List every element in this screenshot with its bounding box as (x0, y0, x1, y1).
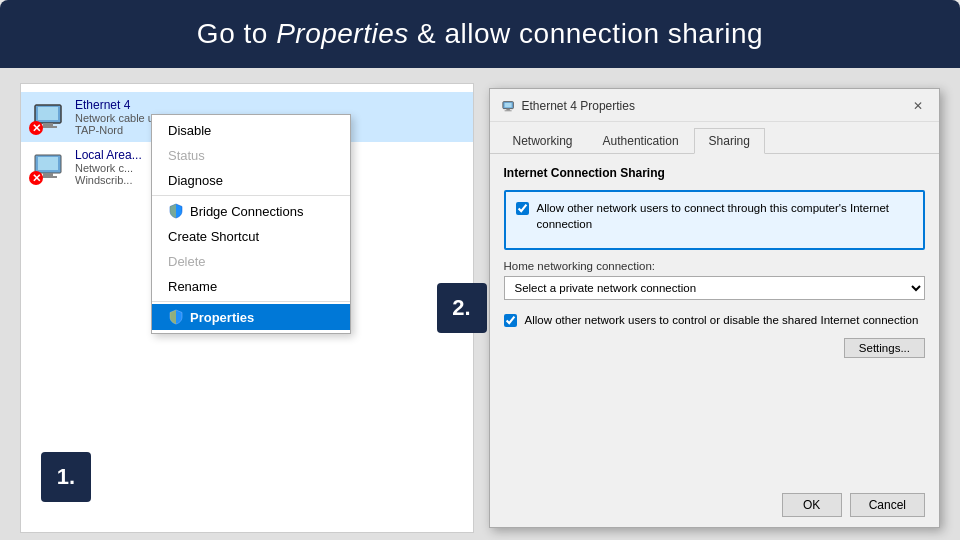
menu-separator-1 (152, 195, 350, 196)
dialog-footer: OK Cancel (782, 493, 925, 517)
svg-rect-2 (38, 107, 58, 120)
home-networking-label: Home networking connection: (504, 260, 926, 272)
shield-icon-bridge (168, 203, 184, 219)
ok-button[interactable]: OK (782, 493, 842, 517)
menu-item-status: Status (152, 143, 350, 168)
settings-btn-row: Settings... (504, 338, 926, 358)
menu-label-delete: Delete (168, 254, 206, 269)
dialog-titlebar: Ethernet 4 Properties ✕ (490, 89, 940, 122)
dialog-title-bar: Ethernet 4 Properties (502, 99, 635, 113)
dialog-title-text: Ethernet 4 Properties (522, 99, 635, 113)
tab-networking-label: Networking (513, 134, 573, 148)
section-title-ics: Internet Connection Sharing (504, 166, 926, 180)
menu-label-bridge: Bridge Connections (190, 204, 303, 219)
header-text-suffix: & allow connection sharing (409, 18, 763, 49)
step2-label: 2. (452, 295, 470, 321)
menu-label-status: Status (168, 148, 205, 163)
main-content: ✕ Ethernet 4 Network cable unplugged TAP… (0, 68, 960, 540)
svg-rect-10 (504, 103, 511, 107)
svg-rect-12 (504, 110, 511, 111)
ethernet4-icon: ✕ (31, 101, 67, 133)
context-menu: Disable Status Diagnose Bridge Connectio… (151, 114, 351, 334)
settings-button[interactable]: Settings... (844, 338, 925, 358)
tab-networking[interactable]: Networking (498, 128, 588, 154)
header-text-properties: Properties (276, 18, 409, 49)
shield-svg-properties (168, 309, 184, 325)
localarea-icon: ✕ (31, 151, 67, 183)
dialog-tabs: Networking Authentication Sharing (490, 122, 940, 154)
checkbox-allow-control[interactable] (504, 314, 517, 327)
shield-icon-properties (168, 309, 184, 325)
menu-item-delete: Delete (152, 249, 350, 274)
svg-rect-3 (43, 123, 53, 126)
header-text-go-to: Go to (197, 18, 276, 49)
tab-authentication[interactable]: Authentication (588, 128, 694, 154)
ethernet4-name: Ethernet 4 (75, 98, 463, 112)
properties-dialog: Ethernet 4 Properties ✕ Networking Authe… (489, 88, 941, 528)
svg-rect-6 (38, 157, 58, 170)
menu-item-bridge[interactable]: Bridge Connections (152, 198, 350, 224)
dialog-close-button[interactable]: ✕ (909, 97, 927, 115)
menu-item-properties[interactable]: Properties (152, 304, 350, 330)
menu-item-diagnose[interactable]: Diagnose (152, 168, 350, 193)
header-bar: Go to Properties & allow connection shar… (0, 0, 960, 68)
header-title: Go to Properties & allow connection shar… (30, 18, 930, 50)
menu-item-disable[interactable]: Disable (152, 118, 350, 143)
network-icon-titlebar (502, 99, 516, 113)
menu-label-properties: Properties (190, 310, 254, 325)
tab-sharing[interactable]: Sharing (694, 128, 765, 154)
menu-label-rename: Rename (168, 279, 217, 294)
checkbox-allow-connect[interactable] (516, 202, 529, 215)
checkbox2-row: Allow other network users to control or … (504, 312, 926, 328)
checkbox1-container: Allow other network users to connect thr… (504, 190, 926, 250)
right-panel: 2. Ethernet 4 Properties ✕ (489, 83, 941, 533)
checkbox2-container: Allow other network users to control or … (504, 312, 926, 328)
menu-separator-2 (152, 301, 350, 302)
svg-rect-7 (43, 173, 53, 176)
error-badge-localarea: ✕ (29, 171, 43, 185)
menu-item-rename[interactable]: Rename (152, 274, 350, 299)
checkbox1-label: Allow other network users to connect thr… (537, 200, 914, 232)
svg-rect-11 (506, 109, 510, 111)
home-networking-dropdown[interactable]: Select a private network connection (504, 276, 926, 300)
dialog-body: Internet Connection Sharing Allow other … (490, 154, 940, 370)
menu-label-diagnose: Diagnose (168, 173, 223, 188)
tab-authentication-label: Authentication (603, 134, 679, 148)
left-panel: ✕ Ethernet 4 Network cable unplugged TAP… (20, 83, 474, 533)
menu-item-shortcut[interactable]: Create Shortcut (152, 224, 350, 249)
tab-sharing-label: Sharing (709, 134, 750, 148)
step1-badge: 1. (41, 452, 91, 502)
shield-svg-bridge (168, 203, 184, 219)
step1-label: 1. (57, 464, 75, 490)
menu-label-disable: Disable (168, 123, 211, 138)
cancel-button[interactable]: Cancel (850, 493, 925, 517)
error-badge-ethernet4: ✕ (29, 121, 43, 135)
menu-label-shortcut: Create Shortcut (168, 229, 259, 244)
home-networking-row: Select a private network connection (504, 276, 926, 300)
checkbox1-row: Allow other network users to connect thr… (516, 200, 914, 232)
step2-badge: 2. (437, 283, 487, 333)
checkbox2-label: Allow other network users to control or … (525, 312, 919, 328)
